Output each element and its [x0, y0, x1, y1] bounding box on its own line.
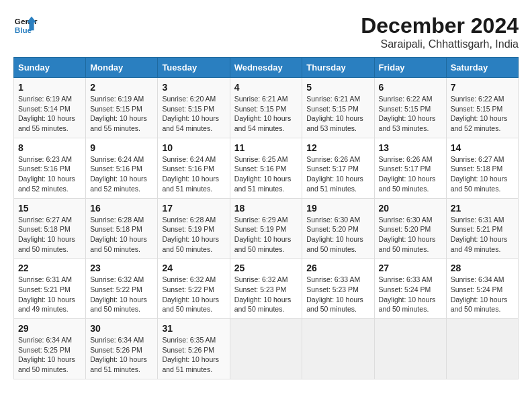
day-detail: Sunrise: 6:24 AM Sunset: 5:16 PM Dayligh…	[162, 154, 225, 194]
day-number: 13	[379, 142, 442, 153]
day-header-friday: Friday	[374, 58, 446, 78]
day-detail: Sunrise: 6:33 AM Sunset: 5:23 PM Dayligh…	[306, 275, 369, 314]
day-header-saturday: Saturday	[446, 58, 518, 78]
day-number: 24	[162, 263, 225, 273]
day-number: 26	[306, 263, 369, 273]
logo-icon: General Blue	[13, 13, 38, 38]
calendar-cell: 16 Sunrise: 6:28 AM Sunset: 5:18 PM Dayl…	[86, 198, 158, 259]
calendar-cell: 27 Sunrise: 6:33 AM Sunset: 5:24 PM Dayl…	[374, 259, 446, 319]
calendar-table: SundayMondayTuesdayWednesdayThursdayFrid…	[13, 57, 519, 379]
day-detail: Sunrise: 6:27 AM Sunset: 5:18 PM Dayligh…	[18, 215, 81, 255]
day-number: 3	[162, 82, 225, 93]
calendar-cell: 8 Sunrise: 6:23 AM Sunset: 5:16 PM Dayli…	[14, 138, 86, 198]
day-number: 7	[451, 82, 514, 93]
calendar-cell: 11 Sunrise: 6:25 AM Sunset: 5:16 PM Dayl…	[230, 138, 302, 198]
day-detail: Sunrise: 6:23 AM Sunset: 5:16 PM Dayligh…	[18, 154, 81, 194]
calendar-cell: 5 Sunrise: 6:21 AM Sunset: 5:15 PM Dayli…	[302, 78, 374, 138]
day-number: 27	[379, 263, 442, 273]
day-header-monday: Monday	[86, 58, 158, 78]
calendar-cell	[446, 319, 518, 379]
calendar-cell: 12 Sunrise: 6:26 AM Sunset: 5:17 PM Dayl…	[302, 138, 374, 198]
day-number: 14	[451, 142, 514, 153]
calendar-cell: 14 Sunrise: 6:27 AM Sunset: 5:18 PM Dayl…	[446, 138, 518, 198]
logo: General Blue	[13, 13, 38, 38]
calendar-cell	[230, 319, 302, 379]
calendar-cell: 10 Sunrise: 6:24 AM Sunset: 5:16 PM Dayl…	[158, 138, 230, 198]
day-detail: Sunrise: 6:22 AM Sunset: 5:15 PM Dayligh…	[379, 94, 442, 134]
day-number: 11	[234, 142, 298, 153]
day-number: 10	[162, 142, 225, 153]
day-header-sunday: Sunday	[14, 58, 86, 78]
calendar-cell: 26 Sunrise: 6:33 AM Sunset: 5:23 PM Dayl…	[302, 259, 374, 319]
day-number: 22	[18, 263, 81, 273]
day-detail: Sunrise: 6:29 AM Sunset: 5:19 PM Dayligh…	[234, 215, 298, 255]
calendar-cell: 13 Sunrise: 6:26 AM Sunset: 5:17 PM Dayl…	[374, 138, 446, 198]
day-number: 25	[234, 263, 298, 273]
day-number: 21	[451, 203, 514, 214]
day-number: 5	[306, 82, 369, 93]
calendar-cell: 28 Sunrise: 6:34 AM Sunset: 5:24 PM Dayl…	[446, 259, 518, 319]
calendar-week-row: 1 Sunrise: 6:19 AM Sunset: 5:14 PM Dayli…	[14, 78, 519, 138]
day-detail: Sunrise: 6:26 AM Sunset: 5:17 PM Dayligh…	[306, 154, 369, 194]
day-detail: Sunrise: 6:32 AM Sunset: 5:22 PM Dayligh…	[162, 275, 225, 314]
day-detail: Sunrise: 6:24 AM Sunset: 5:16 PM Dayligh…	[90, 154, 153, 194]
day-header-tuesday: Tuesday	[158, 58, 230, 78]
header: General Blue December 2024 Saraipali, Ch…	[13, 13, 519, 50]
calendar-cell: 15 Sunrise: 6:27 AM Sunset: 5:18 PM Dayl…	[14, 198, 86, 259]
day-detail: Sunrise: 6:19 AM Sunset: 5:14 PM Dayligh…	[18, 94, 81, 134]
day-detail: Sunrise: 6:27 AM Sunset: 5:18 PM Dayligh…	[451, 154, 514, 194]
calendar-cell	[302, 319, 374, 379]
calendar-cell: 7 Sunrise: 6:22 AM Sunset: 5:15 PM Dayli…	[446, 78, 518, 138]
calendar-week-row: 22 Sunrise: 6:31 AM Sunset: 5:21 PM Dayl…	[14, 259, 519, 319]
day-detail: Sunrise: 6:25 AM Sunset: 5:16 PM Dayligh…	[234, 154, 298, 194]
day-header-thursday: Thursday	[302, 58, 374, 78]
calendar-cell: 19 Sunrise: 6:30 AM Sunset: 5:20 PM Dayl…	[302, 198, 374, 259]
calendar-cell: 30 Sunrise: 6:34 AM Sunset: 5:26 PM Dayl…	[86, 319, 158, 379]
location-title: Saraipali, Chhattisgarh, India	[361, 38, 519, 50]
calendar-cell: 29 Sunrise: 6:34 AM Sunset: 5:25 PM Dayl…	[14, 319, 86, 379]
day-detail: Sunrise: 6:21 AM Sunset: 5:15 PM Dayligh…	[234, 94, 298, 134]
day-header-wednesday: Wednesday	[230, 58, 302, 78]
day-detail: Sunrise: 6:31 AM Sunset: 5:21 PM Dayligh…	[451, 215, 514, 255]
day-number: 31	[162, 323, 225, 334]
day-number: 2	[90, 82, 153, 93]
calendar-header-row: SundayMondayTuesdayWednesdayThursdayFrid…	[14, 58, 519, 78]
day-number: 23	[90, 263, 153, 273]
day-detail: Sunrise: 6:28 AM Sunset: 5:18 PM Dayligh…	[90, 215, 153, 255]
day-detail: Sunrise: 6:22 AM Sunset: 5:15 PM Dayligh…	[451, 94, 514, 134]
title-area: December 2024 Saraipali, Chhattisgarh, I…	[361, 13, 519, 50]
calendar-cell: 4 Sunrise: 6:21 AM Sunset: 5:15 PM Dayli…	[230, 78, 302, 138]
day-detail: Sunrise: 6:32 AM Sunset: 5:23 PM Dayligh…	[234, 275, 298, 314]
day-number: 6	[379, 82, 442, 93]
calendar-cell: 24 Sunrise: 6:32 AM Sunset: 5:22 PM Dayl…	[158, 259, 230, 319]
calendar-cell	[374, 319, 446, 379]
day-detail: Sunrise: 6:32 AM Sunset: 5:22 PM Dayligh…	[90, 275, 153, 314]
calendar-cell: 18 Sunrise: 6:29 AM Sunset: 5:19 PM Dayl…	[230, 198, 302, 259]
calendar-cell: 25 Sunrise: 6:32 AM Sunset: 5:23 PM Dayl…	[230, 259, 302, 319]
day-detail: Sunrise: 6:34 AM Sunset: 5:24 PM Dayligh…	[451, 275, 514, 314]
day-number: 15	[18, 203, 81, 214]
day-number: 20	[379, 203, 442, 214]
day-detail: Sunrise: 6:30 AM Sunset: 5:20 PM Dayligh…	[379, 215, 442, 255]
day-detail: Sunrise: 6:19 AM Sunset: 5:15 PM Dayligh…	[90, 94, 153, 134]
calendar-week-row: 8 Sunrise: 6:23 AM Sunset: 5:16 PM Dayli…	[14, 138, 519, 198]
calendar-cell: 17 Sunrise: 6:28 AM Sunset: 5:19 PM Dayl…	[158, 198, 230, 259]
day-detail: Sunrise: 6:35 AM Sunset: 5:26 PM Dayligh…	[162, 335, 225, 375]
day-number: 1	[18, 82, 81, 93]
calendar-cell: 31 Sunrise: 6:35 AM Sunset: 5:26 PM Dayl…	[158, 319, 230, 379]
day-number: 19	[306, 203, 369, 214]
day-detail: Sunrise: 6:34 AM Sunset: 5:25 PM Dayligh…	[18, 335, 81, 375]
calendar-week-row: 29 Sunrise: 6:34 AM Sunset: 5:25 PM Dayl…	[14, 319, 519, 379]
month-title: December 2024	[361, 13, 519, 38]
day-number: 8	[18, 142, 81, 153]
day-number: 30	[90, 323, 153, 334]
calendar-cell: 1 Sunrise: 6:19 AM Sunset: 5:14 PM Dayli…	[14, 78, 86, 138]
calendar-week-row: 15 Sunrise: 6:27 AM Sunset: 5:18 PM Dayl…	[14, 198, 519, 259]
calendar-cell: 20 Sunrise: 6:30 AM Sunset: 5:20 PM Dayl…	[374, 198, 446, 259]
day-detail: Sunrise: 6:20 AM Sunset: 5:15 PM Dayligh…	[162, 94, 225, 134]
day-detail: Sunrise: 6:21 AM Sunset: 5:15 PM Dayligh…	[306, 94, 369, 134]
day-detail: Sunrise: 6:30 AM Sunset: 5:20 PM Dayligh…	[306, 215, 369, 255]
day-number: 16	[90, 203, 153, 214]
day-number: 17	[162, 203, 225, 214]
day-number: 28	[451, 263, 514, 273]
